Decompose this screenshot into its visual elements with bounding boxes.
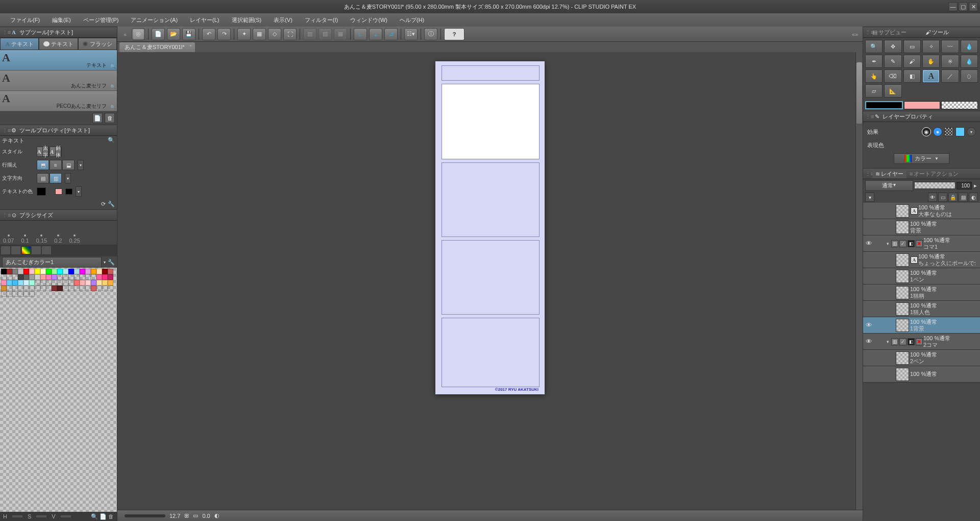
color-swatch[interactable] <box>7 269 12 274</box>
eraser-tool[interactable]: ⌫ <box>884 69 901 83</box>
color-swatch[interactable] <box>80 280 85 286</box>
color-swatch[interactable] <box>23 269 29 274</box>
draft-icon[interactable]: 🔒 <box>948 193 958 202</box>
color-swatch[interactable] <box>108 280 113 286</box>
layer-row[interactable]: 👁▾▥✓◧✖100 %通常2コマ <box>863 334 980 350</box>
color-swatch[interactable] <box>1 280 7 286</box>
color-swatch[interactable] <box>57 274 63 280</box>
effect-color[interactable] <box>955 127 965 136</box>
zoom-tool[interactable]: 🔍 <box>865 40 883 53</box>
color-swatch[interactable] <box>40 274 46 280</box>
outside-button[interactable]: ◇ <box>268 28 281 40</box>
palette-name[interactable]: あんこむぎカラー1 <box>2 257 102 268</box>
layer-row[interactable]: 100 %通常1ペン <box>863 268 980 285</box>
effect-tone[interactable]: ● <box>933 127 942 136</box>
color-swatch[interactable] <box>102 269 108 274</box>
subtool-tab-balloon[interactable]: テキスト <box>39 38 78 50</box>
delete-subtool-button[interactable]: 🗑 <box>105 113 115 123</box>
layer-row[interactable]: 100 %通常2ペン <box>863 350 980 366</box>
sel2-button[interactable]: ▨ <box>318 28 332 40</box>
layer-row[interactable]: A100 %通常ちょっと久にボールで: <box>863 252 980 268</box>
color-swatch[interactable] <box>63 274 68 280</box>
minimize-button[interactable]: — <box>948 2 958 11</box>
color-swatch[interactable] <box>63 286 68 291</box>
gradient-tool[interactable]: ◧ <box>903 69 921 83</box>
color-swatch[interactable] <box>52 274 57 280</box>
layer-row[interactable]: 👁100 %通常1背景 <box>863 317 980 334</box>
color-swatch[interactable] <box>46 286 52 291</box>
color-swatch[interactable] <box>7 280 12 286</box>
color-palette[interactable] <box>0 268 117 512</box>
color-swatch[interactable] <box>18 286 23 291</box>
color-swatch[interactable] <box>91 280 96 286</box>
sel3-button[interactable]: ▦ <box>334 28 347 40</box>
layer-row[interactable]: 100 %通常1猫柄 <box>863 285 980 301</box>
nav-icon[interactable]: ⊞ <box>184 512 189 519</box>
lasso-tool[interactable]: 〰 <box>941 40 959 53</box>
color-swatch[interactable] <box>68 286 74 291</box>
new-file-button[interactable]: 📄 <box>152 28 165 40</box>
grid-button[interactable]: ☷▾ <box>404 28 418 40</box>
clip-studio-button[interactable]: ◎ <box>132 28 145 40</box>
clear-button[interactable]: ✦ <box>237 28 251 40</box>
layer-row[interactable]: 100 %通常1猫人色 <box>863 301 980 317</box>
figure-tool[interactable]: ⬯ <box>961 69 978 83</box>
color-swatch[interactable] <box>96 286 102 291</box>
canvas[interactable]: ©2017 RYU AKATSUKI <box>117 52 863 510</box>
palette-settings-icon[interactable]: 🔧 <box>108 259 115 266</box>
line-tool[interactable]: ／ <box>941 69 959 83</box>
color-swatch[interactable] <box>7 274 12 280</box>
italic-toggle[interactable]: A 斜体 <box>50 147 62 157</box>
color-swatch[interactable] <box>108 269 113 274</box>
color-swatch[interactable] <box>91 274 96 280</box>
menu-item[interactable]: レイヤー(L) <box>184 16 225 24</box>
brush-size-presets[interactable]: 0.070.10.150.20.25 <box>0 221 117 245</box>
text-color-sub[interactable] <box>55 188 62 195</box>
menu-item[interactable]: 編集(E) <box>46 16 77 24</box>
color-swatch[interactable] <box>12 286 18 291</box>
bold-toggle[interactable]: A 太字 <box>37 147 49 157</box>
visibility-toggle[interactable]: 👁 <box>863 240 874 247</box>
spray-tool[interactable]: ※ <box>941 55 959 68</box>
color-swatch[interactable] <box>85 269 91 274</box>
scale-button[interactable]: ⛶ <box>283 28 297 40</box>
color-swatch[interactable] <box>40 280 46 286</box>
color-swatch[interactable] <box>23 274 29 280</box>
layer-row[interactable]: 100 %通常 <box>863 366 980 383</box>
color-swatch[interactable] <box>102 280 108 286</box>
foreground-color[interactable] <box>865 101 903 109</box>
color-swatch[interactable] <box>80 269 85 274</box>
menu-item[interactable]: フィルター(I) <box>299 16 344 24</box>
color-swatch[interactable] <box>23 286 29 291</box>
color-swatch[interactable] <box>35 269 40 274</box>
color-swatch[interactable] <box>68 274 74 280</box>
color-swatch[interactable] <box>57 269 63 274</box>
color-swatch[interactable] <box>1 291 7 297</box>
menu-item[interactable]: ウィンドウ(W) <box>344 16 394 24</box>
color-swatch[interactable] <box>63 269 68 274</box>
effect-screen[interactable] <box>944 127 953 136</box>
color-swatch[interactable] <box>12 269 18 274</box>
color-swatch[interactable] <box>40 269 46 274</box>
color-swatch[interactable] <box>12 280 18 286</box>
color-swatch[interactable] <box>63 280 68 286</box>
color-swatch[interactable] <box>80 286 85 291</box>
layer-check-icon[interactable]: ▾ <box>865 193 874 202</box>
sel1-button[interactable]: ▧ <box>303 28 316 40</box>
color-swatch[interactable] <box>91 286 96 291</box>
opacity-slider[interactable] <box>914 182 956 189</box>
opacity-value[interactable]: 100 <box>957 182 972 190</box>
layer-row[interactable]: A100 %通常大事なものは <box>863 203 980 219</box>
background-color[interactable] <box>904 101 941 109</box>
transparent-color[interactable] <box>941 101 978 109</box>
color-swatch[interactable] <box>52 286 57 291</box>
dir-vertical[interactable]: ▥ <box>50 173 62 183</box>
menu-item[interactable]: ファイル(F) <box>4 16 46 24</box>
color-swatch[interactable] <box>96 274 102 280</box>
color-swatch[interactable] <box>29 291 35 297</box>
color-swatch[interactable] <box>29 280 35 286</box>
snap2-button[interactable]: ⟁ <box>369 28 382 40</box>
subtool-item[interactable]: Aあんこ麦セリフ <box>0 70 117 91</box>
color-swatch[interactable] <box>108 274 113 280</box>
mask-icon[interactable]: ◐ <box>969 193 978 202</box>
